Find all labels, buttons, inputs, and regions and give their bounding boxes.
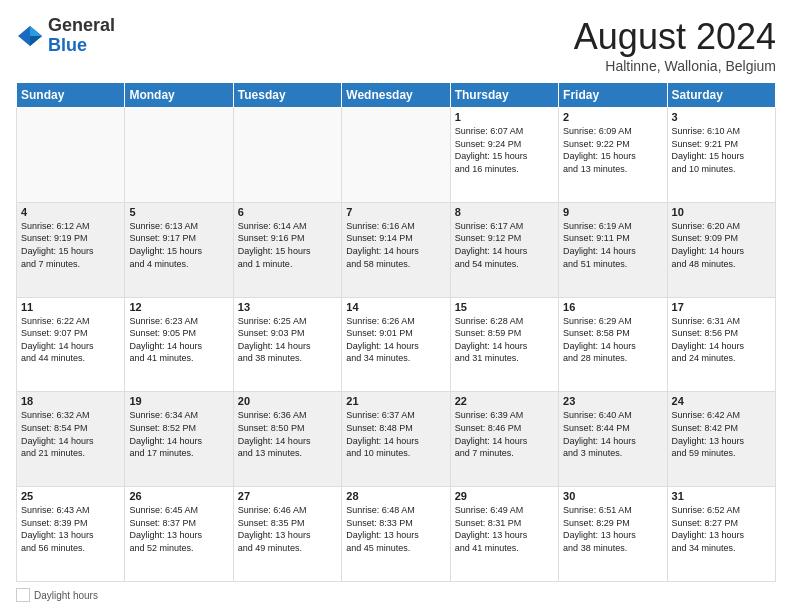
day-info: Sunrise: 6:39 AM Sunset: 8:46 PM Dayligh…: [455, 409, 554, 459]
day-number: 6: [238, 206, 337, 218]
logo-text: General Blue: [48, 16, 115, 56]
calendar-cell: 30Sunrise: 6:51 AM Sunset: 8:29 PM Dayli…: [559, 487, 667, 582]
day-number: 14: [346, 301, 445, 313]
day-info: Sunrise: 6:48 AM Sunset: 8:33 PM Dayligh…: [346, 504, 445, 554]
col-monday: Monday: [125, 83, 233, 108]
legend: Daylight hours: [16, 588, 776, 602]
day-info: Sunrise: 6:14 AM Sunset: 9:16 PM Dayligh…: [238, 220, 337, 270]
calendar-cell: 5Sunrise: 6:13 AM Sunset: 9:17 PM Daylig…: [125, 202, 233, 297]
day-number: 12: [129, 301, 228, 313]
calendar-week-5: 25Sunrise: 6:43 AM Sunset: 8:39 PM Dayli…: [17, 487, 776, 582]
calendar-week-4: 18Sunrise: 6:32 AM Sunset: 8:54 PM Dayli…: [17, 392, 776, 487]
day-info: Sunrise: 6:10 AM Sunset: 9:21 PM Dayligh…: [672, 125, 771, 175]
calendar-cell: 1Sunrise: 6:07 AM Sunset: 9:24 PM Daylig…: [450, 108, 558, 203]
day-info: Sunrise: 6:13 AM Sunset: 9:17 PM Dayligh…: [129, 220, 228, 270]
day-number: 22: [455, 395, 554, 407]
day-info: Sunrise: 6:22 AM Sunset: 9:07 PM Dayligh…: [21, 315, 120, 365]
logo: General Blue: [16, 16, 115, 56]
calendar-cell: 25Sunrise: 6:43 AM Sunset: 8:39 PM Dayli…: [17, 487, 125, 582]
day-info: Sunrise: 6:46 AM Sunset: 8:35 PM Dayligh…: [238, 504, 337, 554]
day-info: Sunrise: 6:17 AM Sunset: 9:12 PM Dayligh…: [455, 220, 554, 270]
calendar-cell: 17Sunrise: 6:31 AM Sunset: 8:56 PM Dayli…: [667, 297, 775, 392]
day-number: 9: [563, 206, 662, 218]
calendar-cell: 19Sunrise: 6:34 AM Sunset: 8:52 PM Dayli…: [125, 392, 233, 487]
calendar-table: Sunday Monday Tuesday Wednesday Thursday…: [16, 82, 776, 582]
day-number: 7: [346, 206, 445, 218]
calendar-cell: 10Sunrise: 6:20 AM Sunset: 9:09 PM Dayli…: [667, 202, 775, 297]
day-number: 13: [238, 301, 337, 313]
logo-general: General: [48, 15, 115, 35]
calendar-cell: 20Sunrise: 6:36 AM Sunset: 8:50 PM Dayli…: [233, 392, 341, 487]
calendar-cell: [17, 108, 125, 203]
logo-blue: Blue: [48, 35, 87, 55]
calendar-week-3: 11Sunrise: 6:22 AM Sunset: 9:07 PM Dayli…: [17, 297, 776, 392]
day-info: Sunrise: 6:09 AM Sunset: 9:22 PM Dayligh…: [563, 125, 662, 175]
day-number: 19: [129, 395, 228, 407]
title-area: August 2024 Haltinne, Wallonia, Belgium: [574, 16, 776, 74]
calendar-cell: 31Sunrise: 6:52 AM Sunset: 8:27 PM Dayli…: [667, 487, 775, 582]
page: General Blue August 2024 Haltinne, Wallo…: [0, 0, 792, 612]
day-number: 25: [21, 490, 120, 502]
calendar-cell: 27Sunrise: 6:46 AM Sunset: 8:35 PM Dayli…: [233, 487, 341, 582]
day-number: 8: [455, 206, 554, 218]
day-number: 16: [563, 301, 662, 313]
calendar-cell: 3Sunrise: 6:10 AM Sunset: 9:21 PM Daylig…: [667, 108, 775, 203]
calendar-cell: [342, 108, 450, 203]
svg-marker-2: [30, 36, 42, 46]
calendar-cell: 6Sunrise: 6:14 AM Sunset: 9:16 PM Daylig…: [233, 202, 341, 297]
day-info: Sunrise: 6:19 AM Sunset: 9:11 PM Dayligh…: [563, 220, 662, 270]
day-number: 1: [455, 111, 554, 123]
col-saturday: Saturday: [667, 83, 775, 108]
location-subtitle: Haltinne, Wallonia, Belgium: [574, 58, 776, 74]
day-info: Sunrise: 6:23 AM Sunset: 9:05 PM Dayligh…: [129, 315, 228, 365]
day-number: 4: [21, 206, 120, 218]
day-number: 10: [672, 206, 771, 218]
legend-daylight-box: [16, 588, 30, 602]
calendar-cell: 21Sunrise: 6:37 AM Sunset: 8:48 PM Dayli…: [342, 392, 450, 487]
calendar-cell: 14Sunrise: 6:26 AM Sunset: 9:01 PM Dayli…: [342, 297, 450, 392]
logo-icon: [16, 22, 44, 50]
day-info: Sunrise: 6:51 AM Sunset: 8:29 PM Dayligh…: [563, 504, 662, 554]
svg-marker-1: [30, 26, 42, 36]
day-number: 27: [238, 490, 337, 502]
day-info: Sunrise: 6:20 AM Sunset: 9:09 PM Dayligh…: [672, 220, 771, 270]
calendar-cell: [125, 108, 233, 203]
col-wednesday: Wednesday: [342, 83, 450, 108]
calendar-header-row: Sunday Monday Tuesday Wednesday Thursday…: [17, 83, 776, 108]
day-info: Sunrise: 6:40 AM Sunset: 8:44 PM Dayligh…: [563, 409, 662, 459]
day-info: Sunrise: 6:32 AM Sunset: 8:54 PM Dayligh…: [21, 409, 120, 459]
day-info: Sunrise: 6:16 AM Sunset: 9:14 PM Dayligh…: [346, 220, 445, 270]
day-number: 26: [129, 490, 228, 502]
day-info: Sunrise: 6:26 AM Sunset: 9:01 PM Dayligh…: [346, 315, 445, 365]
day-info: Sunrise: 6:43 AM Sunset: 8:39 PM Dayligh…: [21, 504, 120, 554]
month-title: August 2024: [574, 16, 776, 58]
day-number: 3: [672, 111, 771, 123]
col-sunday: Sunday: [17, 83, 125, 108]
calendar-cell: 24Sunrise: 6:42 AM Sunset: 8:42 PM Dayli…: [667, 392, 775, 487]
col-thursday: Thursday: [450, 83, 558, 108]
day-number: 31: [672, 490, 771, 502]
day-number: 29: [455, 490, 554, 502]
calendar-cell: 16Sunrise: 6:29 AM Sunset: 8:58 PM Dayli…: [559, 297, 667, 392]
day-info: Sunrise: 6:45 AM Sunset: 8:37 PM Dayligh…: [129, 504, 228, 554]
calendar-cell: 28Sunrise: 6:48 AM Sunset: 8:33 PM Dayli…: [342, 487, 450, 582]
legend-daylight: Daylight hours: [16, 588, 98, 602]
legend-daylight-label: Daylight hours: [34, 590, 98, 601]
day-info: Sunrise: 6:36 AM Sunset: 8:50 PM Dayligh…: [238, 409, 337, 459]
day-info: Sunrise: 6:34 AM Sunset: 8:52 PM Dayligh…: [129, 409, 228, 459]
col-friday: Friday: [559, 83, 667, 108]
day-number: 23: [563, 395, 662, 407]
calendar-cell: 11Sunrise: 6:22 AM Sunset: 9:07 PM Dayli…: [17, 297, 125, 392]
day-info: Sunrise: 6:07 AM Sunset: 9:24 PM Dayligh…: [455, 125, 554, 175]
calendar-cell: 4Sunrise: 6:12 AM Sunset: 9:19 PM Daylig…: [17, 202, 125, 297]
calendar-cell: 7Sunrise: 6:16 AM Sunset: 9:14 PM Daylig…: [342, 202, 450, 297]
day-number: 21: [346, 395, 445, 407]
calendar-cell: 12Sunrise: 6:23 AM Sunset: 9:05 PM Dayli…: [125, 297, 233, 392]
day-info: Sunrise: 6:12 AM Sunset: 9:19 PM Dayligh…: [21, 220, 120, 270]
day-info: Sunrise: 6:29 AM Sunset: 8:58 PM Dayligh…: [563, 315, 662, 365]
calendar-cell: 29Sunrise: 6:49 AM Sunset: 8:31 PM Dayli…: [450, 487, 558, 582]
day-number: 2: [563, 111, 662, 123]
calendar-cell: 26Sunrise: 6:45 AM Sunset: 8:37 PM Dayli…: [125, 487, 233, 582]
day-number: 28: [346, 490, 445, 502]
calendar-cell: 9Sunrise: 6:19 AM Sunset: 9:11 PM Daylig…: [559, 202, 667, 297]
